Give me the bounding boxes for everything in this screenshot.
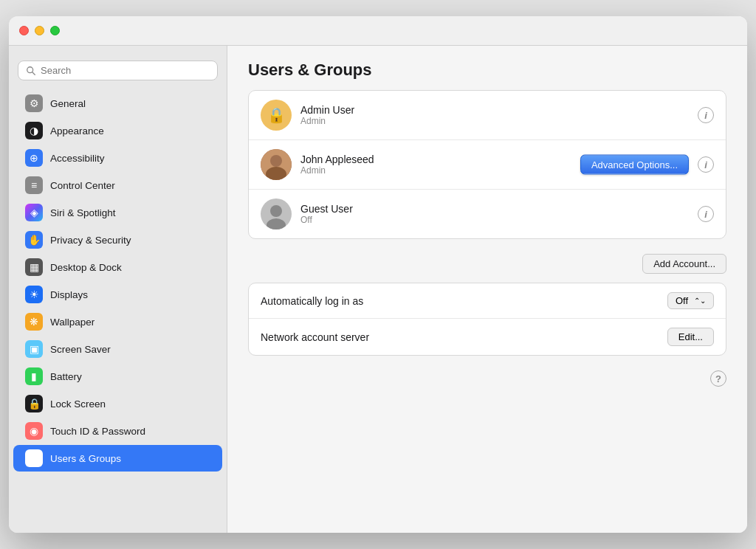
sidebar-label-general: General xyxy=(50,98,86,109)
page-title: Users & Groups xyxy=(227,46,747,90)
sidebar-label-wallpaper: Wallpaper xyxy=(50,317,94,328)
svg-line-1 xyxy=(32,72,35,75)
sidebar-label-appearance: Appearance xyxy=(50,125,104,137)
user-role-admin-user: Admin xyxy=(300,116,698,126)
sidebar-label-displays: Displays xyxy=(50,289,88,300)
chevron-icon: ⌃⌄ xyxy=(694,297,706,305)
sidebar-label-users-groups: Users & Groups xyxy=(50,453,121,464)
touch-id-icon: ◉ xyxy=(25,422,43,440)
settings-label-network-account: Network account server xyxy=(261,331,667,343)
search-input[interactable] xyxy=(41,65,210,76)
sidebar-item-appearance[interactable]: ◑Appearance xyxy=(13,117,222,144)
sidebar-items: ⚙General◑Appearance⊕Accessibility≡Contro… xyxy=(9,89,227,472)
sidebar-item-lock-screen[interactable]: 🔒Lock Screen xyxy=(13,390,222,417)
search-icon xyxy=(26,66,36,76)
sidebar: ⚙General◑Appearance⊕Accessibility≡Contro… xyxy=(9,16,227,533)
settings-row-auto-login: Automatically log in asOff⌃⌄ xyxy=(249,283,726,319)
user-row-guest-user[interactable]: Guest UserOffi xyxy=(249,190,726,238)
users-list: 🔒Admin UserAdmini John AppleseedAdminAdv… xyxy=(248,90,726,239)
auto-login-value: Off xyxy=(676,295,688,306)
sidebar-label-screen-saver: Screen Saver xyxy=(50,344,111,355)
sidebar-label-battery: Battery xyxy=(50,371,82,382)
auto-login-selector[interactable]: Off⌃⌄ xyxy=(667,292,714,309)
sidebar-label-siri-spotlight: Siri & Spotlight xyxy=(50,207,116,218)
sidebar-item-siri-spotlight[interactable]: ◈Siri & Spotlight xyxy=(13,199,222,226)
sidebar-item-displays[interactable]: ☀Displays xyxy=(13,281,222,308)
main-content: 🔒Admin UserAdmini John AppleseedAdminAdv… xyxy=(227,90,747,533)
sidebar-item-general[interactable]: ⚙General xyxy=(13,90,222,117)
user-name-guest-user: Guest User xyxy=(300,203,698,215)
sidebar-label-privacy-security: Privacy & Security xyxy=(50,235,131,246)
sidebar-label-desktop-dock: Desktop & Dock xyxy=(50,262,122,273)
control-center-icon: ≡ xyxy=(25,176,43,194)
avatar-guest-user xyxy=(261,198,292,229)
sidebar-label-lock-screen: Lock Screen xyxy=(50,398,106,410)
sidebar-label-control-center: Control Center xyxy=(50,180,115,191)
close-button[interactable] xyxy=(19,26,29,35)
sidebar-item-wallpaper[interactable]: ❋Wallpaper xyxy=(13,308,222,335)
info-button-guest-user[interactable]: i xyxy=(698,206,714,222)
avatar-john-appleseed xyxy=(261,149,292,180)
svg-point-6 xyxy=(267,218,286,229)
add-account-button[interactable]: Add Account... xyxy=(642,254,726,274)
settings-label-auto-login: Automatically log in as xyxy=(261,295,667,307)
svg-point-3 xyxy=(270,155,282,167)
displays-icon: ☀ xyxy=(25,286,43,303)
info-button-admin-user[interactable]: i xyxy=(698,107,714,123)
sidebar-item-battery[interactable]: ▮Battery xyxy=(13,363,222,390)
sidebar-item-users-groups[interactable]: ⊕Users & Groups xyxy=(13,445,222,472)
add-account-row: Add Account... xyxy=(248,248,726,280)
siri-icon: ◈ xyxy=(25,204,43,221)
appearance-icon: ◑ xyxy=(25,122,43,139)
desktop-icon: ▦ xyxy=(25,258,43,276)
sidebar-label-touch-id: Touch ID & Password xyxy=(50,426,145,437)
screen-saver-icon: ▣ xyxy=(25,340,43,358)
avatar-admin-user: 🔒 xyxy=(261,100,292,131)
sidebar-item-touch-id[interactable]: ◉Touch ID & Password xyxy=(13,418,222,444)
minimize-button[interactable] xyxy=(35,26,44,35)
settings-row-network-account: Network account serverEdit... xyxy=(249,319,726,355)
user-row-admin-user[interactable]: 🔒Admin UserAdmini xyxy=(249,91,726,140)
network-edit-button[interactable]: Edit... xyxy=(667,328,714,346)
sidebar-label-accessibility: Accessibility xyxy=(50,153,105,164)
main-window: ⚙General◑Appearance⊕Accessibility≡Contro… xyxy=(9,16,747,533)
titlebar xyxy=(9,16,747,46)
svg-point-5 xyxy=(270,205,282,217)
user-name-admin-user: Admin User xyxy=(300,104,698,116)
sidebar-item-screen-saver[interactable]: ▣Screen Saver xyxy=(13,336,222,362)
gear-icon: ⚙ xyxy=(25,94,43,112)
sidebar-item-accessibility[interactable]: ⊕Accessibility xyxy=(13,145,222,171)
sidebar-item-privacy-security[interactable]: ✋Privacy & Security xyxy=(13,227,222,253)
search-box[interactable] xyxy=(18,61,218,80)
user-row-john-appleseed[interactable]: John AppleseedAdminAdvanced Options...i xyxy=(249,140,726,190)
sidebar-item-control-center[interactable]: ≡Control Center xyxy=(13,172,222,198)
user-info-admin-user: Admin UserAdmin xyxy=(300,104,698,126)
advanced-options-button[interactable]: Advanced Options... xyxy=(580,155,689,175)
search-container xyxy=(9,55,227,89)
battery-icon: ▮ xyxy=(25,367,43,385)
privacy-icon: ✋ xyxy=(25,231,43,249)
user-info-guest-user: Guest UserOff xyxy=(300,203,698,225)
info-button-john-appleseed[interactable]: i xyxy=(698,156,714,173)
main-panel: Users & Groups 🔒Admin UserAdmini John Ap… xyxy=(227,16,747,533)
maximize-button[interactable] xyxy=(50,26,60,35)
users-icon: ⊕ xyxy=(25,449,43,467)
help-button[interactable]: ? xyxy=(710,370,726,387)
help-row: ? xyxy=(248,365,726,393)
user-role-guest-user: Off xyxy=(300,215,698,225)
lock-screen-icon: 🔒 xyxy=(25,395,43,412)
wallpaper-icon: ❋ xyxy=(25,313,43,331)
accessibility-icon: ⊕ xyxy=(25,149,43,167)
sidebar-item-desktop-dock[interactable]: ▦Desktop & Dock xyxy=(13,254,222,280)
settings-section: Automatically log in asOff⌃⌄Network acco… xyxy=(248,283,726,356)
